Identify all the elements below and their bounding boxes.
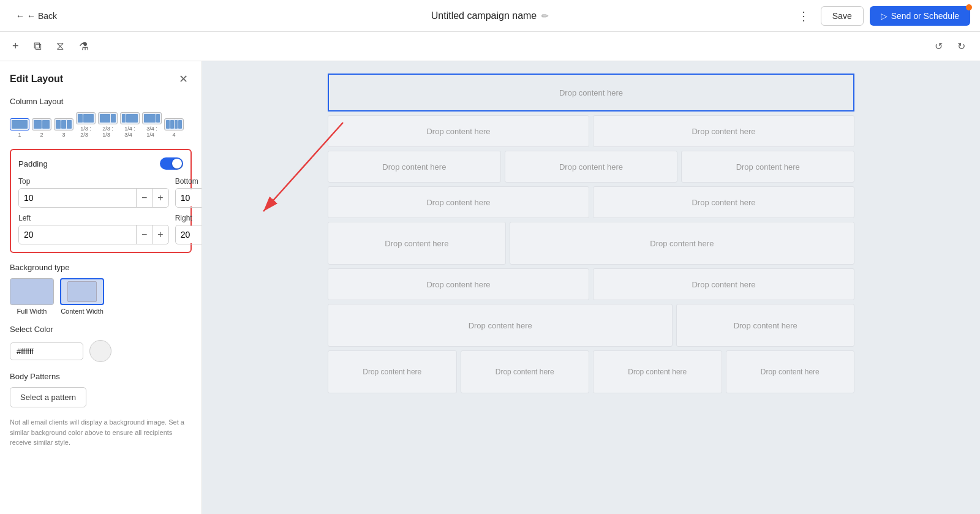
drop-zone-2-0[interactable]: Drop content here (328, 151, 501, 183)
col-option-3[interactable]: 3 (54, 118, 74, 138)
padding-toggle[interactable] (160, 157, 183, 170)
drop-zone-6-1[interactable]: Drop content here (676, 304, 854, 347)
top-decrement-button[interactable]: − (136, 189, 152, 207)
color-swatch[interactable] (89, 340, 111, 362)
drop-text: Drop content here (736, 162, 800, 172)
more-options-button[interactable]: ⋮ (793, 6, 815, 26)
bg-type-label: Background type (10, 263, 192, 272)
redo-button[interactable]: ↻ (952, 38, 970, 55)
topbar: ← ← Back Untitled campaign name ✏ ⋮ Save… (0, 0, 980, 32)
drop-text: Drop content here (650, 239, 714, 248)
bg-options: Full Width Content Width (10, 278, 192, 315)
send-schedule-button[interactable]: ▷ Send or Schedule (870, 6, 970, 26)
close-panel-button[interactable]: ✕ (175, 71, 192, 87)
drop-zone-0-0[interactable]: Drop content here (329, 75, 853, 110)
drop-zone-3-1[interactable]: Drop content here (593, 186, 854, 218)
col-seg (166, 120, 170, 129)
col-option-1-3-2-3[interactable]: 1/3 :2/3 (76, 112, 96, 138)
back-arrow-icon: ← (16, 11, 24, 21)
drop-zone-1-0[interactable]: Drop content here (328, 115, 589, 147)
column-layout-label: Column Layout (10, 97, 192, 106)
col-option-2[interactable]: 2 (32, 118, 51, 138)
drop-zone-6-0[interactable]: Drop content here (328, 304, 673, 347)
drop-zone-5-1[interactable]: Drop content here (593, 268, 854, 300)
undo-button[interactable]: ↺ (930, 38, 948, 55)
bg-content-label: Content Width (61, 308, 104, 315)
right-input-row: − + (175, 225, 202, 244)
drop-text: Drop content here (426, 198, 490, 207)
col-option-4[interactable]: 4 (164, 118, 184, 138)
topbar-right: ⋮ Save ▷ Send or Schedule (793, 6, 970, 26)
add-icon[interactable]: + (10, 37, 21, 55)
col-seg (156, 114, 160, 123)
left-decrement-button[interactable]: − (136, 225, 152, 244)
col-seg (67, 120, 72, 129)
col-preview-1-3 (76, 112, 96, 124)
row-0-selected[interactable]: Drop content here (328, 74, 854, 111)
bg-full-width-option[interactable]: Full Width (10, 278, 54, 315)
top-label: Top (18, 177, 169, 186)
drop-zone-5-0[interactable]: Drop content here (328, 268, 589, 300)
drop-text: Drop content here (692, 198, 755, 207)
bg-content-width-option[interactable]: Content Width (60, 278, 104, 315)
main-layout: Edit Layout ✕ Column Layout 1 (0, 61, 980, 514)
col-label-3-4: 3/4 :1/4 (146, 126, 157, 138)
drop-text: Drop content here (559, 162, 623, 172)
panel-note: Not all email clients will display a bac… (10, 417, 192, 448)
filter-icon[interactable]: ⧖ (54, 37, 67, 55)
right-value-input[interactable] (176, 226, 202, 243)
left-increment-button[interactable]: + (152, 225, 168, 244)
body-patterns-label: Body Patterns (10, 372, 192, 381)
back-label: ← Back (27, 11, 57, 21)
right-label: Right (175, 214, 202, 222)
drop-zone-7-2[interactable]: Drop content here (593, 350, 722, 393)
col-seg (122, 114, 126, 123)
drop-zone-2-1[interactable]: Drop content here (505, 151, 678, 183)
drop-zone-2-2[interactable]: Drop content here (681, 151, 854, 183)
col-preview-4 (164, 118, 184, 130)
drop-text: Drop content here (692, 280, 755, 289)
column-layout-section: Column Layout 1 2 (10, 97, 192, 138)
save-button[interactable]: Save (821, 6, 864, 26)
top-value-input[interactable] (19, 189, 136, 206)
left-panel: Edit Layout ✕ Column Layout 1 (0, 61, 202, 514)
color-input[interactable] (10, 342, 83, 360)
bg-content-inner (67, 281, 97, 302)
bg-full-preview (10, 278, 54, 305)
bottom-value-input[interactable] (176, 189, 202, 206)
email-canvas: Drop content here Drop content here Drop… (328, 74, 854, 397)
drop-zone-7-0[interactable]: Drop content here (328, 350, 457, 393)
edit-icon[interactable]: ✏ (541, 11, 549, 21)
padding-section: Padding Top − + Bottom (10, 149, 192, 253)
col-seg (144, 114, 156, 123)
col-option-3-4-1-4[interactable]: 3/4 :1/4 (142, 112, 162, 138)
padding-header: Padding (18, 157, 183, 170)
col-option-1-4-3-4[interactable]: 1/4 :3/4 (120, 112, 140, 138)
left-value-input[interactable] (19, 226, 136, 243)
drop-zone-4-1[interactable]: Drop content here (510, 222, 854, 265)
col-seg (111, 114, 116, 123)
col-option-2-3-1-3[interactable]: 2/3 :1/3 (98, 112, 118, 138)
drop-zone-7-3[interactable]: Drop content here (726, 350, 855, 393)
row-1-two: Drop content here Drop content here (328, 115, 854, 147)
drop-text: Drop content here (496, 368, 554, 376)
toolbar-left: + ⧉ ⧖ ⚗ (10, 37, 91, 56)
layers-icon[interactable]: ⧉ (31, 37, 44, 55)
select-color-label: Select Color (10, 325, 192, 334)
select-pattern-button[interactable]: Select a pattern (10, 387, 86, 407)
col-option-1[interactable]: 1 (10, 118, 29, 138)
drop-zone-3-0[interactable]: Drop content here (328, 186, 589, 218)
col-seg (56, 120, 61, 129)
drop-text: Drop content here (761, 368, 820, 376)
top-increment-button[interactable]: + (152, 189, 168, 207)
drop-text: Drop content here (363, 368, 421, 376)
col-seg (126, 114, 138, 123)
drop-zone-4-0[interactable]: Drop content here (328, 222, 506, 265)
row-6-two-third: Drop content here Drop content here (328, 304, 854, 347)
drop-zone-1-1[interactable]: Drop content here (593, 115, 854, 147)
drop-zone-7-1[interactable]: Drop content here (461, 350, 590, 393)
canvas-area: Drop content here Drop content here Drop… (202, 61, 980, 514)
test-icon[interactable]: ⚗ (77, 37, 91, 56)
col-preview-3-4 (142, 112, 162, 124)
back-button[interactable]: ← ← Back (10, 7, 63, 25)
